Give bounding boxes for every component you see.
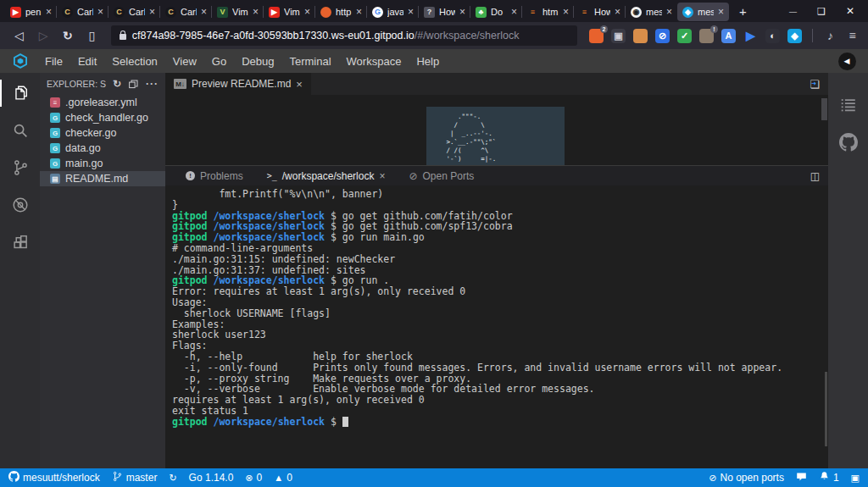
status-item-mesuutt-sherlock[interactable]: mesuutt/sherlock [8, 471, 100, 484]
menu-item-view[interactable]: View [165, 55, 204, 68]
source-control-icon[interactable] [10, 158, 31, 178]
close-window-icon[interactable] [846, 5, 854, 17]
blocker-icon[interactable]: ⊘ [655, 29, 670, 43]
url-bar[interactable]: cf874a98-7985-46e7-a0fd-30593bb17330.ws-… [111, 25, 577, 46]
browser-tab[interactable]: ?How [419, 3, 470, 21]
browser-tab[interactable]: ♣Do [470, 3, 522, 21]
menu-item-workspace[interactable]: Workspace [339, 55, 409, 68]
maximize-icon[interactable] [817, 5, 826, 17]
playlist-icon[interactable]: ♪ [823, 29, 837, 43]
menu-item-selection[interactable]: Selection [104, 55, 164, 68]
explorer-files-icon[interactable] [10, 83, 31, 103]
file-row[interactable]: ▤README.md [40, 171, 165, 186]
menu-item-go[interactable]: Go [204, 55, 234, 68]
tab-close-icon[interactable] [511, 6, 517, 18]
screenshot-icon[interactable]: ▣ [611, 29, 626, 43]
browser-tab[interactable]: ◈mes [677, 3, 729, 21]
browser-tab[interactable]: VVim [212, 3, 264, 21]
editor-tab-preview-readme[interactable]: M↓ Preview README.md [165, 73, 311, 95]
search-icon[interactable] [10, 120, 31, 141]
dark-mode-icon[interactable]: ◐ [765, 29, 780, 43]
github-view-icon[interactable] [838, 132, 859, 152]
outline-list-icon[interactable] [838, 95, 859, 115]
panel-tab-problems[interactable]: !Problems [174, 166, 255, 185]
browser-tab[interactable]: ▶pen [5, 3, 57, 21]
tab-close-icon[interactable] [615, 6, 620, 18]
addon-badge-icon[interactable]: ! [699, 29, 714, 43]
status-item-sync-icon[interactable]: ↻ [169, 473, 176, 484]
hamburger-menu-icon[interactable]: ≡ [845, 29, 860, 43]
yaml-file-icon: ≡ [50, 97, 60, 108]
browser-tab[interactable]: CCarb [160, 3, 212, 21]
editor-scrollbar[interactable] [821, 98, 827, 120]
menu-item-debug[interactable]: Debug [234, 55, 281, 68]
translate-icon[interactable]: A [721, 29, 736, 43]
menu-item-help[interactable]: Help [409, 55, 447, 68]
browser-tab[interactable]: CCarb [108, 3, 160, 21]
tab-close-icon[interactable] [563, 6, 569, 18]
extensions-icon[interactable] [10, 232, 31, 252]
file-row[interactable]: ≡.goreleaser.yml [40, 95, 165, 110]
browser-tab[interactable]: http [315, 3, 367, 21]
window-controls [776, 5, 868, 17]
close-tab-icon[interactable] [296, 78, 303, 91]
privacy-shield-icon[interactable]: 2 [589, 29, 604, 43]
tab-close-icon[interactable] [356, 6, 362, 18]
tab-close-icon[interactable] [253, 6, 259, 18]
tab-close-icon[interactable] [304, 6, 310, 18]
new-tab-button[interactable]: + [729, 4, 757, 19]
tab-close-icon[interactable] [201, 6, 207, 18]
reload-icon[interactable]: ↻ [57, 25, 78, 46]
maximize-panel-icon[interactable] [810, 170, 820, 182]
collapse-all-icon[interactable] [128, 79, 139, 90]
bookmark-icon[interactable]: ▯ [81, 25, 103, 46]
tab-close-icon[interactable] [46, 6, 52, 18]
md-file-icon: ▤ [50, 174, 60, 184]
file-row[interactable]: Gdata.go [40, 141, 165, 156]
minimize-icon[interactable] [789, 5, 797, 17]
file-row[interactable]: Gcheck_handler.go [40, 110, 165, 125]
tab-close-icon[interactable] [718, 6, 724, 18]
status-item-1[interactable]: 1 [819, 471, 839, 484]
split-editor-icon[interactable] [810, 78, 820, 91]
tab-close-icon[interactable] [97, 6, 103, 18]
status-item-window-icon[interactable]: ▣ [851, 473, 860, 484]
more-actions-icon[interactable] [146, 78, 159, 90]
debug-disabled-icon[interactable] [10, 195, 31, 215]
arrow-addon-icon[interactable]: ▶ [743, 29, 758, 43]
terminal-line: sherlock USERNAME [flags] [172, 308, 821, 319]
forward-icon[interactable]: ▷ [33, 25, 54, 46]
file-row[interactable]: Gmain.go [40, 156, 165, 171]
addon-orange-icon[interactable] [633, 29, 648, 43]
browser-tab[interactable]: ▶Vim [264, 3, 315, 21]
status-item-go-1-14-0[interactable]: Go 1.14.0 [189, 472, 234, 484]
status-item-feedback-icon[interactable] [796, 471, 807, 484]
browser-tab[interactable]: Gjava [367, 3, 419, 21]
status-item-0[interactable]: ⊗0 [245, 472, 262, 484]
menu-item-terminal[interactable]: Terminal [281, 55, 338, 68]
file-row[interactable]: Gchecker.go [40, 125, 165, 141]
browser-tab[interactable]: ◉mes [626, 3, 677, 21]
panel-tab--workspace-sherlock[interactable]: >_/workspace/sherlock [255, 166, 398, 185]
back-icon[interactable]: ◁ [8, 25, 30, 46]
terminal-content[interactable]: fmt.Printf("%v\n\n", banner)}gitpod /wor… [165, 185, 828, 468]
browser-tab[interactable]: ≡htm [522, 3, 574, 21]
status-item-0[interactable]: ▲0 [274, 472, 292, 484]
user-menu-button[interactable] [838, 53, 856, 70]
tab-close-icon[interactable] [408, 6, 414, 18]
tab-close-icon[interactable] [149, 6, 155, 18]
status-item-master[interactable]: master [112, 471, 158, 484]
gitpod-extension-icon[interactable]: ◈ [787, 29, 802, 43]
tab-close-icon[interactable] [666, 6, 672, 18]
browser-tab[interactable]: CCarb [57, 3, 108, 21]
refresh-explorer-icon[interactable] [113, 78, 121, 90]
terminal-scrollbar[interactable] [825, 372, 827, 446]
browser-tab[interactable]: ≡How [574, 3, 626, 21]
close-terminal-icon[interactable] [379, 170, 385, 182]
antivirus-shield-icon[interactable]: ✓ [677, 29, 692, 43]
menu-item-edit[interactable]: Edit [70, 55, 104, 68]
tab-close-icon[interactable] [459, 6, 465, 18]
panel-tab-open-ports[interactable]: Open Ports [397, 166, 486, 185]
status-item-no-open-ports[interactable]: ⊘No open ports [709, 472, 784, 484]
menu-item-file[interactable]: File [37, 55, 70, 68]
